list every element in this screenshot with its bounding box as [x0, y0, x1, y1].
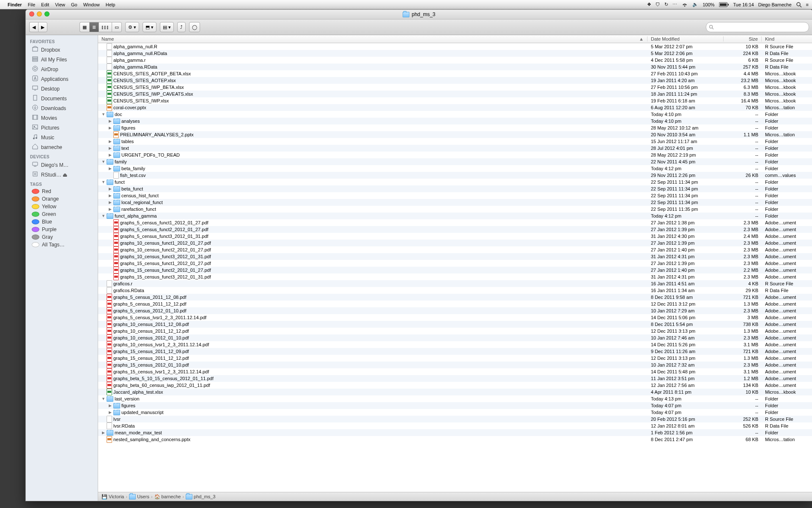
column-date[interactable]: Date Modified [647, 36, 724, 41]
file-row[interactable]: coral-cover.pptx6 Aug 2011 12:20 am70 KB… [98, 104, 812, 111]
file-row[interactable]: ▶census_hist_funct22 Sep 2011 11:34 pm--… [98, 192, 812, 199]
path-crumb[interactable]: 🏠 barneche [154, 494, 181, 500]
disclosure-triangle-icon[interactable]: ▶ [108, 193, 112, 198]
search-field[interactable] [706, 22, 809, 32]
file-row[interactable]: graphs_5_census_2011_12_12.pdf12 Dec 201… [98, 301, 812, 307]
sidebar-item-applications[interactable]: AApplications [26, 74, 98, 84]
sidebar-item-airdrop[interactable]: AirDrop [26, 64, 98, 74]
battery-percent[interactable]: 100% [702, 2, 714, 7]
sidebar-tag-yellow[interactable]: Yellow [26, 203, 98, 210]
file-row[interactable]: alpha_gamma_null.RData5 Mar 2012 2:06 pm… [98, 50, 812, 57]
disclosure-triangle-icon[interactable]: ▶ [108, 139, 112, 144]
file-row[interactable]: ▼family22 Nov 2011 4:45 pm--Folder [98, 158, 812, 165]
file-row[interactable]: alpha_gamma.r4 Dec 2011 5:58 pm6 KBR Sou… [98, 57, 812, 64]
coverflow-view-button[interactable]: ▭ [112, 22, 122, 32]
file-row[interactable]: graphs_5_census_lvsr1_2_3_2011.12.14.pdf… [98, 314, 812, 321]
disclosure-triangle-icon[interactable]: ▶ [108, 403, 112, 408]
sidebar-tag-blue[interactable]: Blue [26, 218, 98, 226]
file-row[interactable]: graphs_15_census_funct3_2012_01_31.pdf31… [98, 273, 812, 280]
file-row[interactable]: CENSUS_SITES_IWP_BETA.xlsx27 Feb 2011 10… [98, 84, 812, 91]
disclosure-triangle-icon[interactable]: ▼ [102, 180, 105, 184]
file-row[interactable]: ▶analysesToday 4:10 pm--Folder [98, 118, 812, 124]
close-button[interactable] [29, 11, 34, 17]
sidebar-item-documents[interactable]: Documents [26, 94, 98, 103]
volume-icon[interactable]: 🔈 [692, 2, 698, 7]
file-row[interactable]: graphs_15_census_2011_12_09.pdf9 Dec 201… [98, 348, 812, 355]
file-row[interactable]: ▶tables15 Jun 2012 11:17 am--Folder [98, 138, 812, 145]
file-row[interactable]: graphs_15_census_funct1_2012_01_27.pdf27… [98, 260, 812, 267]
file-row[interactable]: graphs_5_census_funct3_2012_01_31.pdf31 … [98, 233, 812, 240]
sidebar-item-downloads[interactable]: Downloads [26, 103, 98, 113]
path-crumb[interactable]: phd_ms_3 [186, 494, 215, 500]
file-row[interactable]: graphs_15_census_2012_01_10.pdf10 Jan 20… [98, 362, 812, 368]
clock[interactable]: Tue 16:14 [733, 2, 754, 7]
file-row[interactable]: ▶URGENT_PDFs_TO_READ28 May 2012 2:19 pm-… [98, 152, 812, 158]
sidebar-tag-purple[interactable]: Purple [26, 226, 98, 233]
file-row[interactable]: alpha_gamma_null.R5 Mar 2012 2:07 pm10 K… [98, 43, 812, 50]
file-row[interactable]: graphs_15_census_lvsr1_2_3_2011.12.14.pd… [98, 368, 812, 375]
file-row[interactable]: CENSUS_SITES_AOTEP.xlsx19 Jan 2011 4:20 … [98, 77, 812, 84]
arrange-button[interactable]: ▤ ▾ [160, 22, 174, 32]
file-row[interactable]: ▶rarefaction_funct22 Sep 2011 11:35 pm--… [98, 206, 812, 213]
shield-icon[interactable]: ⛉ [656, 2, 660, 7]
file-row[interactable]: ▶local_regional_funct22 Sep 2011 11:34 p… [98, 199, 812, 206]
sidebar-tag-all tags…[interactable]: All Tags… [26, 241, 98, 248]
sidebar-item-music[interactable]: Music [26, 133, 98, 142]
disclosure-triangle-icon[interactable]: ▼ [102, 214, 105, 218]
battery-icon[interactable] [719, 2, 729, 7]
disclosure-triangle-icon[interactable]: ▶ [108, 146, 112, 150]
path-crumb[interactable]: 💾 Victoria [102, 494, 124, 500]
sidebar-item-movies[interactable]: Movies [26, 113, 98, 123]
sidebar-device[interactable]: Diego's M… [26, 160, 98, 170]
sidebar-tag-green[interactable]: Green [26, 210, 98, 218]
sidebar-tag-orange[interactable]: Orange [26, 195, 98, 203]
back-button[interactable]: ◀ [29, 22, 38, 32]
file-row[interactable]: CENSUS_SITES_IWP_CAVEATS.xlsx18 Jan 2011… [98, 91, 812, 97]
file-row[interactable]: graphs_10_census_2012_01_10.pdf10 Jan 20… [98, 334, 812, 341]
disclosure-triangle-icon[interactable]: ▶ [108, 207, 112, 211]
file-rows[interactable]: alpha_gamma_null.R5 Mar 2012 2:07 pm10 K… [98, 43, 812, 492]
share-button[interactable]: ⤴ [177, 22, 186, 32]
file-row[interactable]: ▼docToday 4:10 pm--Folder [98, 111, 812, 118]
file-row[interactable]: CENSUS_SITES_AOTEP_BETA.xlsx27 Feb 2011 … [98, 70, 812, 77]
search-input[interactable] [714, 24, 806, 30]
file-row[interactable]: ▶figuresToday 4:07 pm--Folder [98, 402, 812, 409]
dropbox-button[interactable]: ⬒ ▾ [143, 22, 156, 32]
file-row[interactable]: graphs_5_census_funct2_2012_01_27.pdf27 … [98, 226, 812, 233]
file-row[interactable]: graphs_5_census_funct1_2012_01_27.pdf27 … [98, 219, 812, 226]
file-row[interactable]: alpha_gamma.RData30 Nov 2011 5:44 pm257 … [98, 64, 812, 70]
disclosure-triangle-icon[interactable]: ▶ [108, 410, 112, 414]
menu-help[interactable]: Help [106, 2, 115, 7]
file-row[interactable]: nested_sampling_and_concerns.pptx8 Dec 2… [98, 436, 812, 443]
icon-view-button[interactable]: ▦ [80, 22, 89, 32]
notification-center-icon[interactable]: ≡ [806, 2, 809, 7]
file-row[interactable]: ▶updated_manuscriptToday 4:07 pm--Folder [98, 409, 812, 416]
menu-window[interactable]: Window [83, 2, 100, 7]
file-row[interactable]: ▼funct_alpha_gammaToday 4:12 pm--Folder [98, 213, 812, 219]
column-kind[interactable]: Kind [762, 36, 812, 41]
file-row[interactable]: graphs_beta_60_census_iwp_2012_01_11.pdf… [98, 382, 812, 389]
sync-icon[interactable]: ❖ [647, 2, 651, 7]
file-row[interactable]: graphs_15_census_funct2_2012_01_27.pdf27… [98, 267, 812, 273]
forward-button[interactable]: ▶ [38, 22, 47, 32]
file-row[interactable]: graphs_10_census_funct3_2012_01_31.pdf31… [98, 253, 812, 260]
file-row[interactable]: graficos.r16 Jan 2011 4:51 am4 KBR Sourc… [98, 280, 812, 287]
file-row[interactable]: graphs_5_census_2012_01_10.pdf10 Jan 201… [98, 307, 812, 314]
file-row[interactable]: graphs_10_census_2011_12_08.pdf8 Dec 201… [98, 321, 812, 328]
minimize-button[interactable] [37, 11, 42, 17]
zoom-button[interactable] [44, 11, 49, 17]
sidebar-item-pictures[interactable]: Pictures [26, 123, 98, 133]
file-row[interactable]: graphs_10_census_funct1_2012_01_27.pdf27… [98, 240, 812, 246]
list-view-button[interactable]: ≣ [89, 22, 99, 32]
app-name[interactable]: Finder [8, 2, 22, 7]
file-row[interactable]: Jaccard_alpha_test.xlsx4 Apr 2011 8:11 p… [98, 389, 812, 395]
spotlight-icon[interactable] [796, 2, 802, 8]
disclosure-triangle-icon[interactable]: ▶ [108, 153, 112, 157]
timemachine-icon[interactable]: ↻ [664, 2, 668, 7]
wifi-icon[interactable] [681, 2, 688, 7]
file-row[interactable]: ▶text28 Jul 2012 4:01 pm--Folder [98, 145, 812, 152]
action-button[interactable]: ⚙ ▾ [125, 22, 139, 32]
disclosure-triangle-icon[interactable]: ▶ [108, 200, 112, 204]
tags-button[interactable]: ◯ [189, 22, 200, 32]
file-row[interactable]: graphs_15_census_2011_12_12.pdf12 Dec 20… [98, 355, 812, 362]
